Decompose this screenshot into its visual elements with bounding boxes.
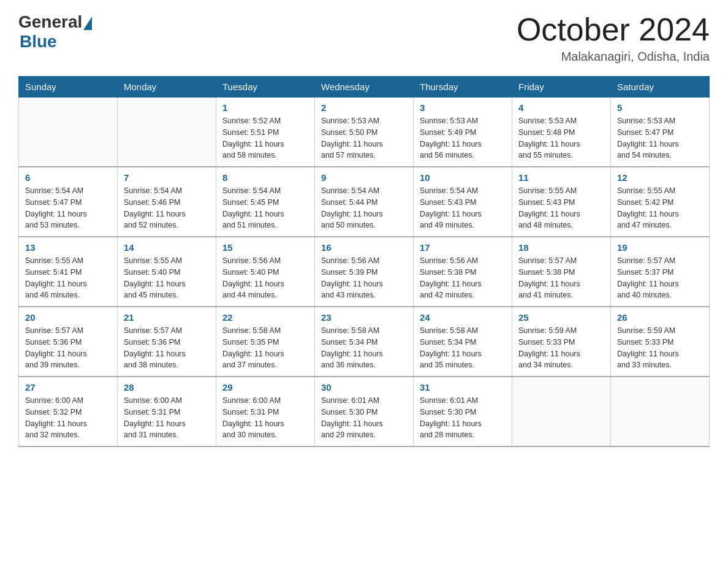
day-info: Sunrise: 5:55 AMSunset: 5:43 PMDaylight:…	[518, 185, 604, 231]
day-info: Sunrise: 5:56 AMSunset: 5:38 PMDaylight:…	[420, 255, 506, 301]
day-number: 17	[420, 242, 506, 253]
calendar-cell: 20Sunrise: 5:57 AMSunset: 5:36 PMDayligh…	[19, 307, 118, 377]
logo-general-text: General	[18, 12, 82, 32]
calendar-cell	[118, 98, 216, 167]
day-info: Sunrise: 5:53 AMSunset: 5:47 PMDaylight:…	[617, 115, 703, 161]
day-number: 15	[222, 242, 308, 253]
calendar-cell: 16Sunrise: 5:56 AMSunset: 5:39 PMDayligh…	[315, 237, 414, 307]
calendar-cell: 15Sunrise: 5:56 AMSunset: 5:40 PMDayligh…	[216, 237, 315, 307]
day-info: Sunrise: 5:54 AMSunset: 5:45 PMDaylight:…	[222, 185, 308, 231]
day-number: 7	[124, 172, 210, 183]
calendar-cell	[611, 377, 710, 446]
calendar-cell	[512, 377, 611, 446]
calendar-cell: 29Sunrise: 6:00 AMSunset: 5:31 PMDayligh…	[216, 377, 315, 446]
calendar-cell: 17Sunrise: 5:56 AMSunset: 5:38 PMDayligh…	[414, 237, 512, 307]
day-number: 5	[617, 102, 703, 113]
day-info: Sunrise: 5:59 AMSunset: 5:33 PMDaylight:…	[518, 325, 604, 371]
day-number: 14	[124, 242, 210, 253]
day-info: Sunrise: 5:59 AMSunset: 5:33 PMDaylight:…	[617, 325, 703, 371]
day-info: Sunrise: 5:56 AMSunset: 5:39 PMDaylight:…	[321, 255, 407, 301]
header-tuesday: Tuesday	[216, 77, 315, 98]
calendar-cell: 18Sunrise: 5:57 AMSunset: 5:38 PMDayligh…	[512, 237, 611, 307]
day-number: 22	[222, 312, 308, 323]
calendar-cell: 23Sunrise: 5:58 AMSunset: 5:34 PMDayligh…	[315, 307, 414, 377]
day-number: 6	[25, 172, 111, 183]
calendar-cell: 21Sunrise: 5:57 AMSunset: 5:36 PMDayligh…	[118, 307, 216, 377]
day-number: 16	[321, 242, 407, 253]
day-number: 28	[124, 382, 210, 393]
day-number: 3	[420, 102, 506, 113]
header-wednesday: Wednesday	[315, 77, 414, 98]
day-number: 11	[518, 172, 604, 183]
calendar-header: SundayMondayTuesdayWednesdayThursdayFrid…	[19, 77, 710, 98]
day-info: Sunrise: 6:00 AMSunset: 5:31 PMDaylight:…	[124, 395, 210, 441]
day-info: Sunrise: 5:52 AMSunset: 5:51 PMDaylight:…	[222, 115, 308, 161]
day-info: Sunrise: 5:54 AMSunset: 5:43 PMDaylight:…	[420, 185, 506, 231]
calendar-week-row: 6Sunrise: 5:54 AMSunset: 5:47 PMDaylight…	[19, 167, 710, 237]
day-number: 8	[222, 172, 308, 183]
day-number: 10	[420, 172, 506, 183]
calendar-week-row: 20Sunrise: 5:57 AMSunset: 5:36 PMDayligh…	[19, 307, 710, 377]
header-saturday: Saturday	[611, 77, 710, 98]
day-number: 31	[420, 382, 506, 393]
day-info: Sunrise: 6:00 AMSunset: 5:32 PMDaylight:…	[25, 395, 111, 441]
day-number: 21	[124, 312, 210, 323]
day-info: Sunrise: 5:57 AMSunset: 5:36 PMDaylight:…	[25, 325, 111, 371]
calendar-body: 1Sunrise: 5:52 AMSunset: 5:51 PMDaylight…	[19, 98, 710, 447]
day-number: 27	[25, 382, 111, 393]
calendar-cell: 12Sunrise: 5:55 AMSunset: 5:42 PMDayligh…	[611, 167, 710, 237]
day-info: Sunrise: 5:55 AMSunset: 5:40 PMDaylight:…	[124, 255, 210, 301]
day-info: Sunrise: 6:00 AMSunset: 5:31 PMDaylight:…	[222, 395, 308, 441]
calendar-cell: 22Sunrise: 5:58 AMSunset: 5:35 PMDayligh…	[216, 307, 315, 377]
header-sunday: Sunday	[19, 77, 118, 98]
logo: General Blue	[18, 12, 92, 52]
day-info: Sunrise: 5:54 AMSunset: 5:47 PMDaylight:…	[25, 185, 111, 231]
day-info: Sunrise: 5:53 AMSunset: 5:49 PMDaylight:…	[420, 115, 506, 161]
calendar-cell: 30Sunrise: 6:01 AMSunset: 5:30 PMDayligh…	[315, 377, 414, 446]
calendar-table: SundayMondayTuesdayWednesdayThursdayFrid…	[18, 76, 710, 447]
header-row: SundayMondayTuesdayWednesdayThursdayFrid…	[19, 77, 710, 98]
day-number: 4	[518, 102, 604, 113]
calendar-cell: 9Sunrise: 5:54 AMSunset: 5:44 PMDaylight…	[315, 167, 414, 237]
day-info: Sunrise: 5:57 AMSunset: 5:36 PMDaylight:…	[124, 325, 210, 371]
day-number: 13	[25, 242, 111, 253]
calendar-cell	[19, 98, 118, 167]
day-info: Sunrise: 6:01 AMSunset: 5:30 PMDaylight:…	[420, 395, 506, 441]
calendar-cell: 14Sunrise: 5:55 AMSunset: 5:40 PMDayligh…	[118, 237, 216, 307]
calendar-cell: 2Sunrise: 5:53 AMSunset: 5:50 PMDaylight…	[315, 98, 414, 167]
month-title: October 2024	[517, 12, 710, 47]
calendar-cell: 24Sunrise: 5:58 AMSunset: 5:34 PMDayligh…	[414, 307, 512, 377]
calendar-cell: 1Sunrise: 5:52 AMSunset: 5:51 PMDaylight…	[216, 98, 315, 167]
calendar-week-row: 1Sunrise: 5:52 AMSunset: 5:51 PMDaylight…	[19, 98, 710, 167]
day-number: 23	[321, 312, 407, 323]
day-info: Sunrise: 5:53 AMSunset: 5:50 PMDaylight:…	[321, 115, 407, 161]
logo-triangle-icon	[83, 17, 92, 30]
day-info: Sunrise: 5:54 AMSunset: 5:44 PMDaylight:…	[321, 185, 407, 231]
day-number: 1	[222, 102, 308, 113]
calendar-cell: 3Sunrise: 5:53 AMSunset: 5:49 PMDaylight…	[414, 98, 512, 167]
day-info: Sunrise: 5:56 AMSunset: 5:40 PMDaylight:…	[222, 255, 308, 301]
day-info: Sunrise: 6:01 AMSunset: 5:30 PMDaylight:…	[321, 395, 407, 441]
day-info: Sunrise: 5:55 AMSunset: 5:41 PMDaylight:…	[25, 255, 111, 301]
logo-blue-text: Blue	[20, 32, 57, 52]
day-info: Sunrise: 5:57 AMSunset: 5:37 PMDaylight:…	[617, 255, 703, 301]
day-info: Sunrise: 5:55 AMSunset: 5:42 PMDaylight:…	[617, 185, 703, 231]
calendar-cell: 5Sunrise: 5:53 AMSunset: 5:47 PMDaylight…	[611, 98, 710, 167]
calendar-cell: 6Sunrise: 5:54 AMSunset: 5:47 PMDaylight…	[19, 167, 118, 237]
calendar-cell: 31Sunrise: 6:01 AMSunset: 5:30 PMDayligh…	[414, 377, 512, 446]
day-number: 18	[518, 242, 604, 253]
day-info: Sunrise: 5:57 AMSunset: 5:38 PMDaylight:…	[518, 255, 604, 301]
day-number: 24	[420, 312, 506, 323]
day-number: 2	[321, 102, 407, 113]
calendar-cell: 27Sunrise: 6:00 AMSunset: 5:32 PMDayligh…	[19, 377, 118, 446]
calendar-week-row: 13Sunrise: 5:55 AMSunset: 5:41 PMDayligh…	[19, 237, 710, 307]
calendar-cell: 11Sunrise: 5:55 AMSunset: 5:43 PMDayligh…	[512, 167, 611, 237]
day-info: Sunrise: 5:58 AMSunset: 5:34 PMDaylight:…	[321, 325, 407, 371]
day-info: Sunrise: 5:58 AMSunset: 5:34 PMDaylight:…	[420, 325, 506, 371]
calendar-cell: 25Sunrise: 5:59 AMSunset: 5:33 PMDayligh…	[512, 307, 611, 377]
header-thursday: Thursday	[414, 77, 512, 98]
day-number: 9	[321, 172, 407, 183]
day-number: 26	[617, 312, 703, 323]
day-number: 19	[617, 242, 703, 253]
day-number: 29	[222, 382, 308, 393]
